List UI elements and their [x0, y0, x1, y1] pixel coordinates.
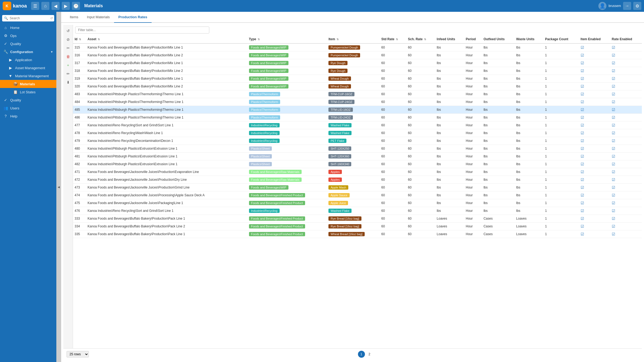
tab-production-rates[interactable]: Production Rates	[114, 12, 152, 23]
table-row[interactable]: 320 Kanoa Foods and Beverages\Buffalo Ba…	[73, 83, 642, 90]
filter-input[interactable]	[75, 27, 209, 34]
rows-select: 25 rows 10 rows 50 rows 100 rows	[67, 351, 89, 357]
sidebar-item-quality[interactable]: ✓ Quality	[0, 96, 56, 104]
sidebar-item-ops[interactable]: ⚙ Ops	[0, 32, 56, 40]
table-row[interactable]: 474 Kanoa Foods and Beverages\Jacksonvil…	[73, 191, 642, 199]
settings-button[interactable]: ⚙	[633, 2, 641, 10]
table-row[interactable]: 316 Kanoa Foods and Beverages\Buffalo Ba…	[73, 51, 642, 59]
cell-infeed: lbs	[435, 137, 464, 145]
cell-item: TFM-CUP-16OZ	[327, 90, 380, 98]
cell-outfeed: lbs	[482, 145, 515, 153]
col-id[interactable]: Id ⇅	[73, 35, 86, 43]
sidebar-item-users[interactable]: 👥 Users	[0, 104, 56, 112]
col-item-en[interactable]: Item Enabled	[579, 35, 610, 43]
col-rate-en[interactable]: Rate Enabled	[610, 35, 642, 43]
menu-button[interactable]: ☰	[31, 2, 39, 10]
sidebar-item-material-management[interactable]: ▼ Material Management	[0, 72, 56, 80]
scissors-button[interactable]: ✂	[64, 44, 72, 52]
add-button[interactable]: +	[64, 61, 72, 69]
item-badge: Apple Mash	[328, 185, 348, 190]
search-input[interactable]	[2, 15, 54, 21]
table-row[interactable]: 478 Kanoa Industries\Reno Recycling\Wash…	[73, 129, 642, 137]
sidebar-item-home[interactable]: ⌂ Home	[0, 24, 56, 32]
table-row[interactable]: 484 Kanoa Industries\Pittsburgh Plastics…	[73, 98, 642, 106]
sidebar-item-materials[interactable]: 📦 Materials	[0, 80, 56, 88]
page-title: Materials	[84, 3, 103, 8]
forward-button[interactable]: ▶	[62, 2, 70, 10]
page-2-button[interactable]: 2	[366, 351, 373, 358]
table-row[interactable]: 475 Kanoa Foods and Beverages\Jacksonvil…	[73, 199, 642, 207]
table-row[interactable]: 477 Kanoa Industries\Reno Recycling\Sort…	[73, 121, 642, 129]
table-row[interactable]: 318 Kanoa Foods and Beverages\Buffalo Ba…	[73, 67, 642, 75]
col-asset[interactable]: Asset ⇅	[86, 35, 247, 43]
checkbox-icon: ☑	[581, 108, 584, 112]
edit-button[interactable]: ✏	[64, 70, 72, 77]
delete-button[interactable]: 🗑	[64, 53, 72, 60]
sidebar-collapse-button[interactable]: ◀	[56, 12, 61, 362]
sidebar-item-asset-management[interactable]: ▶ Asset Management	[0, 64, 56, 72]
home-button[interactable]: ⌂	[41, 2, 49, 10]
table-row[interactable]: 335 Kanoa Foods and Beverages\Buffalo Ba…	[73, 230, 642, 238]
table-row[interactable]: 334 Kanoa Foods and Beverages\Buffalo Ba…	[73, 223, 642, 230]
col-pkg[interactable]: Package Count	[543, 35, 579, 43]
table-row[interactable]: 486 Kanoa Industries\Pittsburgh Plastics…	[73, 114, 642, 121]
table-row[interactable]: 333 Kanoa Foods and Beverages\Buffalo Ba…	[73, 215, 642, 223]
sidebar-item-application[interactable]: ▶ Application	[0, 56, 56, 64]
filter-row	[73, 25, 642, 35]
table-row[interactable]: 471 Kanoa Foods and Beverages\Jacksonvil…	[73, 168, 642, 176]
sidebar-item-quality-top[interactable]: ✓ Quality	[0, 40, 56, 48]
table-row[interactable]: 473 Kanoa Foods and Beverages\Jacksonvil…	[73, 184, 642, 191]
col-infeed[interactable]: Infeed Units	[435, 35, 464, 43]
sidebar-item-configuration[interactable]: 🔧 Configuration ▼	[0, 48, 56, 56]
ops-icon: ⚙	[3, 34, 8, 38]
cell-waste: lbs	[515, 59, 544, 67]
table-row[interactable]: 317 Kanoa Foods and Beverages\Buffalo Ba…	[73, 59, 642, 67]
cell-std-rate: 60	[380, 75, 406, 83]
col-sch-rate[interactable]: Sch. Rate ⇅	[406, 35, 435, 43]
cell-id: 481	[73, 153, 86, 160]
checkbox-icon: ☑	[612, 69, 615, 73]
cell-sch-rate: 60	[406, 114, 435, 121]
page-1-button[interactable]: 1	[358, 351, 365, 358]
search-refresh-icon[interactable]: ↺	[50, 16, 53, 20]
col-period[interactable]: Period	[464, 35, 482, 43]
col-item[interactable]: Item ⇅	[327, 35, 380, 43]
item-badge: Washed Flake	[328, 123, 352, 127]
logout-button[interactable]: →	[623, 2, 631, 10]
sidebar-item-lot-states[interactable]: 📋 Lot States	[0, 88, 56, 96]
undo-button[interactable]: ↺	[64, 27, 72, 35]
item-badge: Rye Bread [16oz bag]	[328, 216, 361, 221]
col-outfeed[interactable]: Outfeed Units	[482, 35, 515, 43]
table-row[interactable]: 472 Kanoa Foods and Beverages\Jacksonvil…	[73, 176, 642, 184]
table-row[interactable]: 482 Kanoa Industries\Pittsburgh Plastics…	[73, 160, 642, 168]
table-row[interactable]: 481 Kanoa Industries\Pittsburgh Plastics…	[73, 153, 642, 160]
cell-item-enabled: ☑	[579, 176, 610, 184]
cell-std-rate: 60	[380, 129, 406, 137]
block-button[interactable]: ⊘	[64, 36, 72, 43]
sidebar-item-help[interactable]: ? Help	[0, 112, 56, 120]
type-badge: Plastics\Thermoform	[249, 92, 280, 96]
table-row[interactable]: 483 Kanoa Industries\Pittsburgh Plastics…	[73, 90, 642, 98]
table-row[interactable]: 315 Kanoa Foods and Beverages\Buffalo Ba…	[73, 43, 642, 51]
tab-input-materials[interactable]: Input Materials	[83, 12, 114, 23]
table-row[interactable]: 480 Kanoa Industries\Pittsburgh Plastics…	[73, 145, 642, 153]
back-button[interactable]: ◀	[52, 2, 60, 10]
table-row[interactable]: 319 Kanoa Foods and Beverages\Buffalo Ba…	[73, 75, 642, 83]
table-row[interactable]: 476 Kanoa Industries\Reno Recycling\Sort…	[73, 207, 642, 215]
cell-std-rate: 60	[380, 137, 406, 145]
table-row[interactable]: 485 Kanoa Industries\Pittsburgh Plastics…	[73, 106, 642, 114]
download-button[interactable]: ⬇	[64, 79, 72, 86]
tab-items[interactable]: Items	[65, 12, 83, 23]
rows-per-page-select[interactable]: 25 rows 10 rows 50 rows 100 rows	[67, 351, 89, 357]
cell-type: Plastics\Thermoform	[247, 98, 327, 106]
checkbox-icon: ☑	[612, 170, 615, 174]
cell-item: Pumpernickel Dough	[327, 51, 380, 59]
sidebar-label-quality: Quality	[10, 98, 21, 102]
cell-infeed: lbs	[435, 176, 464, 184]
cell-pkg: 1	[543, 199, 579, 207]
col-std-rate[interactable]: Std Rate ⇅	[380, 35, 406, 43]
col-type[interactable]: Type ⇅	[247, 35, 327, 43]
table-row[interactable]: 479 Kanoa Industries\Reno Recycling\Deco…	[73, 137, 642, 145]
history-button[interactable]: 🕐	[72, 2, 80, 10]
col-waste[interactable]: Waste Units	[515, 35, 544, 43]
